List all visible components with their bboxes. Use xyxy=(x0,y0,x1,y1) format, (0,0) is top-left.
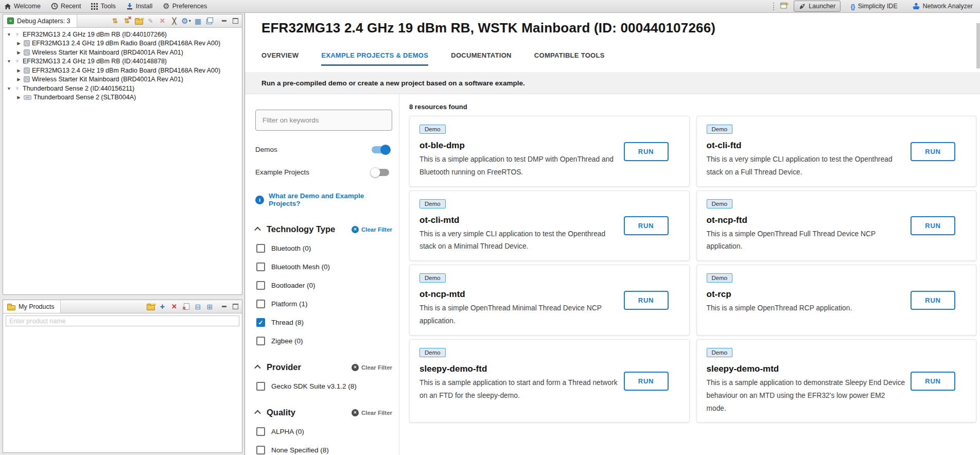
recent-clock-icon xyxy=(51,3,58,10)
demo-badge: Demo xyxy=(707,348,733,357)
tree-caret-icon[interactable]: ▶ xyxy=(16,50,22,55)
demo-example-info-link[interactable]: What are Demo and Example Projects? xyxy=(269,192,392,207)
expand-all-icon[interactable] xyxy=(205,303,214,311)
maximize-icon[interactable] xyxy=(231,303,240,311)
minimize-icon[interactable] xyxy=(220,17,229,25)
example-projects-toggle[interactable] xyxy=(372,169,389,176)
resource-title: sleepy-demo-ftd xyxy=(419,364,619,374)
run-button[interactable]: RUN xyxy=(911,142,955,161)
clear-filter-button[interactable]: ✕ Clear Filter xyxy=(352,409,392,416)
tab-compatible-tools[interactable]: COMPATIBLE TOOLS xyxy=(534,51,605,66)
columns-icon[interactable] xyxy=(194,17,202,25)
tab-documentation[interactable]: DOCUMENTATION xyxy=(451,51,512,66)
scrollbar-thumb[interactable] xyxy=(976,23,980,68)
debug-adapters-tab[interactable]: Debug Adapters: 3 xyxy=(3,14,77,27)
tree-row[interactable]: ▶ EFR32MG13 2.4 GHz 19 dBm Radio Board (… xyxy=(3,39,242,48)
tab-label: DOCUMENTATION xyxy=(451,51,512,59)
checkbox[interactable] xyxy=(256,318,265,327)
remove-all-icon[interactable] xyxy=(182,303,190,311)
run-button[interactable]: RUN xyxy=(624,216,669,235)
tree-row[interactable]: ▶ Wireless Starter Kit Mainboard (BRD400… xyxy=(3,75,242,84)
product-name-input[interactable] xyxy=(6,316,239,326)
run-button[interactable]: RUN xyxy=(624,372,669,391)
perspective-network-analyzer-button[interactable]: Network Analyzer xyxy=(907,1,978,12)
tree-row[interactable]: ▶ EFR32MG13 2.4 GHz 19 dBm Radio Board (… xyxy=(3,66,242,75)
filter-option-row: Bootloader (0) xyxy=(255,281,392,290)
disconnect-icon[interactable] xyxy=(122,17,131,25)
tab-example-projects-demos[interactable]: EXAMPLE PROJECTS & DEMOS xyxy=(321,51,428,66)
gear-dropdown-icon[interactable] xyxy=(182,17,190,25)
run-button[interactable]: RUN xyxy=(624,291,669,310)
tree-caret-icon[interactable]: ▼ xyxy=(6,32,12,37)
mp-toolbar xyxy=(146,303,216,311)
preferences-button[interactable]: ⚙ Preferences xyxy=(163,2,207,11)
run-button[interactable]: RUN xyxy=(911,291,955,310)
collapse-all-icon[interactable] xyxy=(194,303,202,311)
filter-option-label: Bluetooth (0) xyxy=(271,244,311,252)
chevron-up-icon[interactable] xyxy=(254,365,261,372)
simplicity-ide-label: Simplicity IDE xyxy=(858,3,898,10)
new-folder-icon[interactable] xyxy=(146,303,155,311)
clear-filter-label: Clear Filter xyxy=(361,410,392,416)
chevron-up-icon[interactable] xyxy=(254,227,261,234)
tree-row[interactable]: ▼ EFR32MG13 2.4 GHz 19 dBm RB (ID:440107… xyxy=(3,30,242,39)
run-button[interactable]: RUN xyxy=(624,142,669,161)
install-button[interactable]: Install xyxy=(126,3,153,10)
my-products-header: My Products xyxy=(3,300,242,313)
tree-row[interactable]: ▼ EFR32MG13 2.4 GHz 19 dBm RB (ID:440148… xyxy=(3,57,242,66)
new-group-icon[interactable] xyxy=(134,17,143,25)
resource-card: Demo ot-ncp-mtd This is a simple OpenThr… xyxy=(409,265,690,336)
tree-row[interactable]: ▼ Thunderboard Sense 2 (ID:440156211) xyxy=(3,84,242,93)
recent-button[interactable]: Recent xyxy=(51,3,81,10)
perspective-launcher-button[interactable]: Launcher xyxy=(794,1,841,12)
keyword-filter-input[interactable] xyxy=(255,110,392,131)
demo-badge: Demo xyxy=(419,125,446,134)
add-product-icon[interactable] xyxy=(158,303,167,311)
filter-sidebar: Demos Example Projects i What are Demo a… xyxy=(245,94,399,455)
maximize-icon[interactable] xyxy=(231,17,240,25)
demos-label: Demos xyxy=(255,146,277,153)
filter-option-label: Platform (1) xyxy=(271,300,308,308)
resource-description: This is a sample application to start an… xyxy=(419,377,619,402)
tree-caret-icon[interactable]: ▼ xyxy=(6,59,12,64)
open-perspective-icon[interactable]: ✦ xyxy=(780,2,789,11)
run-button[interactable]: RUN xyxy=(911,216,955,235)
welcome-button[interactable]: Welcome xyxy=(4,3,41,10)
tree-caret-icon[interactable]: ▶ xyxy=(16,77,22,82)
minimize-icon[interactable] xyxy=(220,303,229,311)
checkbox[interactable] xyxy=(256,427,265,436)
tools-button[interactable]: Tools xyxy=(91,3,115,10)
chevron-up-icon[interactable] xyxy=(254,410,261,417)
tab-overview[interactable]: OVERVIEW xyxy=(261,51,299,66)
checkbox[interactable] xyxy=(256,300,265,308)
perspective-simplicity-ide-button[interactable]: { } Simplicity IDE xyxy=(845,1,902,12)
tree-row[interactable]: ▶ Wireless Starter Kit Mainboard (BRD400… xyxy=(3,48,242,57)
filter-section-title: Technology Type xyxy=(267,224,335,234)
run-button[interactable]: RUN xyxy=(911,372,955,391)
demos-toggle[interactable] xyxy=(372,146,389,153)
rename-icon[interactable] xyxy=(146,17,155,25)
checkbox[interactable] xyxy=(256,244,265,253)
checkbox[interactable] xyxy=(256,262,265,271)
panel-sash[interactable] xyxy=(3,295,242,300)
checkbox[interactable] xyxy=(256,382,265,391)
refresh-connections-icon[interactable] xyxy=(111,17,119,25)
tree-row[interactable]: ▶ Thunderboard Sense 2 (SLTB004A) xyxy=(3,93,242,102)
adapter-tools-icon[interactable] xyxy=(170,17,179,25)
checkbox[interactable] xyxy=(256,337,265,345)
tree-caret-icon[interactable]: ▶ xyxy=(16,68,22,73)
tree-caret-icon[interactable]: ▶ xyxy=(16,95,22,100)
checkbox[interactable] xyxy=(256,281,265,290)
remove-product-icon[interactable] xyxy=(170,303,179,311)
delete-icon[interactable] xyxy=(158,17,167,25)
clone-view-icon[interactable] xyxy=(205,17,214,25)
clear-filter-button[interactable]: ✕ Clear Filter xyxy=(352,226,392,233)
resource-description: This is a simple application to test DMP… xyxy=(419,153,619,179)
tree-caret-icon[interactable]: ▶ xyxy=(16,41,22,46)
resource-description: This is a simple OpenThread Full Thread … xyxy=(707,228,906,254)
tree-row-label: Thunderboard Sense 2 (ID:440156211) xyxy=(23,85,134,92)
clear-filter-button[interactable]: ✕ Clear Filter xyxy=(352,364,392,371)
checkbox[interactable] xyxy=(256,446,265,454)
my-products-tab[interactable]: My Products xyxy=(3,300,61,313)
tree-caret-icon[interactable]: ▼ xyxy=(6,86,12,91)
